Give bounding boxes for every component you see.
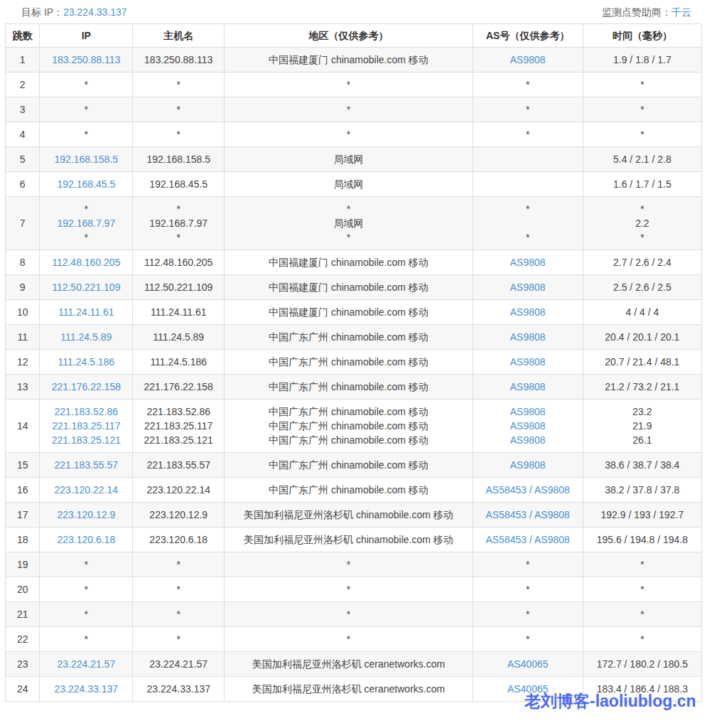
sponsor-link[interactable]: 千云: [671, 6, 691, 18]
table-row: 8112.48.160.205112.48.160.205中国福建厦门 chin…: [6, 250, 702, 275]
asn-value: AS9808: [476, 419, 580, 433]
asn-value: AS40065: [476, 682, 580, 696]
asn-value: [476, 216, 580, 230]
time-cell: 4 / 4 / 4: [583, 300, 701, 325]
asn-cell: [473, 147, 583, 172]
hop-cell: 2: [6, 73, 40, 97]
table-row: 7*192.168.7.97**192.168.7.97**局域网****2.2…: [6, 197, 702, 250]
asn-link[interactable]: AS9808: [510, 257, 546, 268]
asn-link[interactable]: AS9808: [510, 381, 546, 392]
table-row: 13221.176.22.158221.176.22.158中国广东广州 chi…: [6, 375, 702, 400]
ip-cell: 111.24.11.61: [40, 300, 133, 325]
time-value: 1.6 / 1.7 / 1.5: [586, 177, 698, 191]
ip-link[interactable]: 112.48.160.205: [52, 257, 120, 268]
hop-value: 12: [9, 355, 36, 369]
region-cell: 中国广东广州 chinamobile.com 移动中国广东广州 chinamob…: [225, 400, 473, 453]
asn-link[interactable]: AS58453 / AS9808: [486, 484, 570, 496]
ip-link[interactable]: 223.120.12.9: [57, 509, 115, 520]
asn-link[interactable]: AS58453 / AS9808: [486, 509, 570, 520]
ip-value: 112.50.221.109: [43, 280, 129, 294]
host-value: 23.224.21.57: [136, 657, 221, 671]
host-value: 111.24.11.61: [136, 305, 221, 319]
ip-link[interactable]: 223.120.6.18: [57, 534, 115, 545]
asn-link[interactable]: AS9808: [510, 406, 546, 417]
region-cell: *: [225, 577, 473, 602]
asn-link[interactable]: AS40065: [507, 658, 549, 670]
asn-link[interactable]: AS40065: [507, 683, 549, 695]
asn-link[interactable]: AS9808: [510, 306, 546, 318]
time-value: *: [586, 230, 698, 245]
region-cell: 美国加利福尼亚州洛杉矶 ceranetworks.com: [225, 652, 473, 677]
ip-link[interactable]: 112.50.221.109: [52, 282, 120, 293]
hop-cell: 1: [6, 48, 40, 73]
ip-link[interactable]: 192.168.7.97: [57, 218, 115, 229]
asn-link[interactable]: AS9808: [510, 331, 546, 343]
asn-value: *: [476, 632, 580, 646]
asn-value: AS9808: [476, 355, 580, 369]
asn-value: AS9808: [476, 433, 580, 447]
host-cell: 111.24.5.89: [133, 325, 225, 350]
asn-link[interactable]: AS9808: [510, 420, 546, 432]
target-ip-value[interactable]: 23.224.33.137: [63, 6, 127, 18]
region-cell: 局域网: [225, 172, 473, 197]
asn-value: AS9808: [476, 255, 580, 269]
asn-link[interactable]: AS9808: [510, 356, 546, 368]
hop-cell: 15: [6, 453, 40, 478]
hop-cell: 19: [6, 552, 40, 577]
table-row: 17223.120.12.9223.120.12.9美国加利福尼亚州洛杉矶 ch…: [6, 503, 702, 528]
time-cell: *: [583, 122, 701, 147]
ip-link[interactable]: 221.183.25.117: [52, 420, 120, 432]
hop-value: 15: [9, 458, 36, 472]
ip-link[interactable]: 221.183.25.121: [52, 434, 121, 446]
time-value: *: [586, 102, 698, 117]
region-value: 中国广东广州 chinamobile.com 移动: [227, 330, 469, 344]
ip-link[interactable]: 111.24.11.61: [58, 306, 114, 318]
asn-link[interactable]: AS9808: [510, 459, 546, 471]
region-value: 中国广东广州 chinamobile.com 移动: [227, 380, 469, 394]
asn-link[interactable]: AS9808: [510, 434, 546, 446]
hop-cell: 5: [6, 147, 40, 172]
ip-value: 223.120.22.14: [43, 483, 129, 497]
time-cell: *: [583, 577, 701, 602]
ip-link[interactable]: 183.250.88.113: [52, 54, 120, 65]
ip-link[interactable]: 221.183.52.86: [55, 406, 119, 417]
region-cell: 中国福建厦门 chinamobile.com 移动: [225, 250, 473, 275]
region-value: 局域网: [227, 152, 469, 166]
host-cell: *: [133, 122, 225, 147]
region-value: 中国广东广州 chinamobile.com 移动: [227, 458, 469, 472]
host-cell: 192.168.45.5: [133, 172, 225, 197]
ip-link[interactable]: 111.24.5.89: [60, 331, 112, 343]
ip-link[interactable]: 23.224.21.57: [57, 658, 115, 670]
sponsor-group: 监测点赞助商：千云: [602, 6, 691, 19]
ip-link[interactable]: 23.224.33.137: [55, 683, 119, 695]
host-value: *: [136, 230, 221, 245]
ip-cell: 192.168.158.5: [40, 147, 133, 172]
asn-link[interactable]: AS9808: [510, 54, 546, 65]
ip-link[interactable]: 221.176.22.158: [52, 381, 121, 392]
table-row: 12111.24.5.186111.24.5.186中国广东广州 chinamo…: [6, 350, 702, 375]
ip-link[interactable]: 221.183.55.57: [55, 459, 119, 471]
time-value: *: [586, 557, 698, 572]
ip-value: *: [43, 127, 129, 141]
asn-link[interactable]: AS58453 / AS9808: [486, 534, 570, 545]
ip-link[interactable]: 192.168.158.5: [55, 154, 119, 165]
time-cell: 20.4 / 20.1 / 20.1: [583, 325, 701, 350]
region-value: *: [227, 202, 469, 216]
asn-link[interactable]: AS9808: [510, 282, 546, 293]
region-value: 中国广东广州 chinamobile.com 移动: [227, 355, 469, 369]
table-row: 18223.120.6.18223.120.6.18美国加利福尼亚州洛杉矶 ch…: [6, 528, 702, 552]
ip-link[interactable]: 192.168.45.5: [57, 178, 115, 190]
time-value: 38.2 / 37.8 / 37.8: [586, 483, 698, 497]
asn-cell: AS9808: [473, 325, 583, 350]
ip-cell: 23.224.33.137: [40, 677, 133, 702]
region-cell: *: [225, 627, 473, 652]
time-value: 20.4 / 20.1 / 20.1: [586, 330, 698, 344]
hop-cell: 12: [6, 350, 40, 375]
ip-link[interactable]: 223.120.22.14: [55, 484, 119, 496]
ip-link[interactable]: 111.24.5.186: [58, 356, 114, 368]
host-value: 112.48.160.205: [136, 255, 221, 269]
time-value: *: [586, 127, 698, 141]
ip-value: 221.183.25.121: [43, 433, 129, 447]
ip-value: 183.250.88.113: [43, 53, 129, 67]
hop-value: 8: [9, 255, 36, 269]
